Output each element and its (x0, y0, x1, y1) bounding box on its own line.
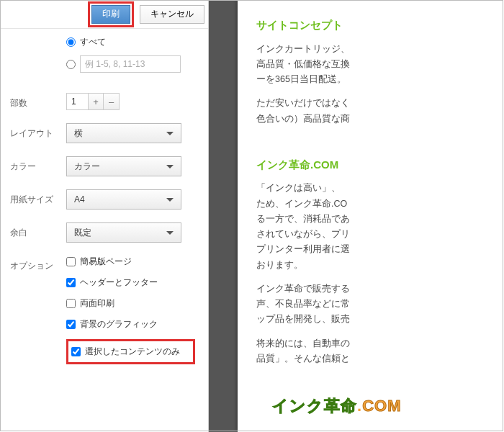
print-dialog: 印刷 キャンセル すべて 部数 + (0, 0, 209, 432)
option-header-footer-label: ヘッダーとフッター (80, 276, 158, 289)
option-selection-only-label: 選択したコンテンツのみ (85, 346, 180, 358)
copies-decrement-button[interactable]: – (104, 93, 120, 110)
option-selection-only-highlight: 選択したコンテンツのみ (66, 339, 195, 364)
option-selection-only-checkbox[interactable] (71, 347, 81, 356)
option-simple-page-label: 簡易版ページ (80, 256, 132, 268)
copies-row: 部数 + – (10, 93, 198, 110)
paper-value: A4 (74, 194, 85, 204)
option-header-footer[interactable]: ヘッダーとフッター (66, 276, 198, 289)
option-bg-graphics-label: 背景のグラフィック (80, 318, 158, 330)
print-button[interactable]: 印刷 (91, 5, 130, 24)
option-duplex[interactable]: 両面印刷 (66, 297, 198, 310)
layout-row: レイアウト 横 (10, 123, 198, 143)
preview-page: サイトコンセプト インクカートリッジ、 高品質・低価格な互換 ーを365日当日配… (238, 0, 504, 432)
chevron-down-icon (166, 132, 174, 135)
color-row: カラー カラー (10, 156, 198, 176)
pages-label (10, 36, 66, 40)
color-value: カラー (74, 161, 100, 173)
brand-logo: インク革命.COM (272, 392, 401, 419)
pages-row: すべて (10, 36, 198, 80)
copies-input[interactable] (66, 93, 88, 110)
dialog-toolbar: 印刷 キャンセル (0, 0, 208, 29)
pages-range-option[interactable] (66, 55, 198, 73)
margin-row: 余白 既定 (10, 222, 198, 243)
pages-range-input[interactable] (80, 55, 181, 73)
chevron-down-icon (166, 165, 174, 168)
pages-all-radio-label: すべて (80, 36, 106, 48)
preview-heading-1: サイトコンセプト (256, 16, 504, 35)
option-duplex-checkbox[interactable] (66, 299, 76, 308)
preview-text: インクカートリッジ、 高品質・低価格な互換 ーを365日当日配送。 (256, 42, 504, 88)
print-button-highlight: 印刷 (88, 1, 134, 27)
option-header-footer-checkbox[interactable] (66, 278, 76, 287)
margin-label: 余白 (10, 222, 66, 239)
preview-text: 「インクは高い」、 ため、インク革命.CO る一方で、消耗品であ されていながら… (256, 181, 504, 273)
color-label: カラー (10, 156, 66, 173)
preview-heading-2: インク革命.COM (256, 156, 504, 174)
options-label: オプション (10, 256, 66, 272)
margin-select[interactable]: 既定 (66, 222, 181, 243)
layout-label: レイアウト (10, 123, 66, 140)
option-simple-page[interactable]: 簡易版ページ (66, 256, 198, 268)
paper-row: 用紙サイズ A4 (10, 189, 198, 210)
pages-all-radio[interactable] (66, 37, 76, 47)
chevron-down-icon (166, 198, 174, 202)
option-simple-page-checkbox[interactable] (66, 257, 76, 266)
copies-stepper[interactable]: + – (66, 93, 198, 110)
option-bg-graphics-checkbox[interactable] (66, 320, 76, 329)
copies-increment-button[interactable]: + (88, 93, 104, 110)
option-duplex-label: 両面印刷 (80, 297, 114, 310)
chevron-down-icon (166, 231, 174, 235)
margin-value: 既定 (74, 227, 91, 239)
pages-all-option[interactable]: すべて (66, 36, 198, 48)
preview-text: ただ安いだけではなく 色合いの）高品質な商 (256, 96, 504, 127)
copies-label: 部数 (10, 93, 66, 109)
cancel-button[interactable]: キャンセル (140, 5, 204, 24)
color-select[interactable]: カラー (66, 156, 181, 176)
option-bg-graphics[interactable]: 背景のグラフィック (66, 318, 198, 330)
layout-value: 横 (74, 127, 83, 140)
preview-text: インク革命で販売する 声、不良品率などに常 ップ品を開発し、販売 (256, 282, 504, 328)
options-row: オプション 簡易版ページ ヘッダーとフッター 両面印刷 背景のグラフィック (10, 256, 198, 364)
preview-text: 将来的には、自動車の 品質」。そんな信頼と (256, 336, 504, 367)
paper-label: 用紙サイズ (10, 189, 66, 206)
paper-select[interactable]: A4 (66, 189, 181, 210)
layout-select[interactable]: 横 (66, 123, 181, 143)
pages-range-radio[interactable] (66, 60, 76, 69)
print-settings-form: すべて 部数 + – レイアウト 横 (0, 29, 208, 364)
preview-gutter (209, 0, 238, 432)
